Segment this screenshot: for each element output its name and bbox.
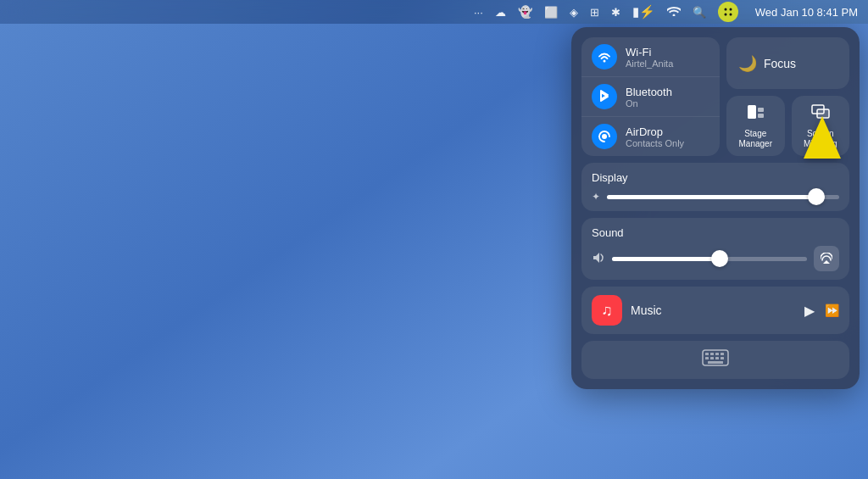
focus-label: Focus bbox=[764, 57, 796, 70]
display-slider-container: ✦ bbox=[592, 191, 839, 203]
more-items-icon[interactable]: ··· bbox=[474, 6, 483, 19]
screen-mirroring-label: ScreenMirroring bbox=[804, 129, 837, 149]
svg-rect-17 bbox=[710, 357, 714, 359]
bluetooth-item[interactable]: Bluetooth On bbox=[581, 77, 720, 117]
cloud-icon[interactable]: ☁ bbox=[495, 6, 506, 19]
airdrop-icon bbox=[592, 124, 617, 149]
svg-rect-15 bbox=[721, 353, 724, 355]
sound-section: Sound bbox=[581, 218, 849, 280]
music-controls: ▶ ⏩ bbox=[804, 303, 839, 319]
sound-slider-thumb[interactable] bbox=[711, 250, 728, 267]
bluetooth-status: On bbox=[626, 98, 672, 109]
bluetooth-text: Bluetooth On bbox=[626, 86, 672, 109]
volume-icon bbox=[592, 252, 605, 266]
wifi-text: Wi-Fi Airtel_Anita bbox=[626, 46, 673, 69]
search-icon[interactable]: 🔍 bbox=[693, 6, 706, 19]
sound-slider-fill bbox=[612, 257, 720, 261]
top-row: Wi-Fi Airtel_Anita Bluetooth On bbox=[581, 37, 849, 156]
music-label: Music bbox=[631, 304, 796, 317]
bluetooth-menu-icon[interactable]: ✱ bbox=[611, 6, 620, 19]
music-section: ♫ Music ▶ ⏩ bbox=[581, 287, 849, 334]
svg-rect-10 bbox=[817, 109, 829, 118]
display-slider-thumb[interactable] bbox=[808, 188, 825, 205]
keyboard-section bbox=[581, 341, 849, 379]
svg-point-0 bbox=[724, 8, 726, 11]
airdrop-status: Contacts Only bbox=[626, 138, 684, 148]
display-label: Display bbox=[592, 171, 839, 184]
brightness-low-icon: ✦ bbox=[592, 191, 600, 203]
airdrop-name: AirDrop bbox=[626, 125, 684, 138]
svg-rect-7 bbox=[758, 108, 764, 112]
menubar-datetime: Wed Jan 10 8:41 PM bbox=[755, 6, 858, 19]
right-panel: 🌙 Focus StageManager bbox=[726, 37, 849, 156]
bluetooth-name: Bluetooth bbox=[626, 86, 672, 98]
grid-icon[interactable]: ⊞ bbox=[590, 6, 599, 19]
svg-point-2 bbox=[724, 14, 726, 16]
focus-button[interactable]: 🌙 Focus bbox=[726, 37, 849, 89]
stage-mirror-row: StageManager ScreenMirroring bbox=[726, 96, 849, 156]
control-center-icon[interactable] bbox=[718, 2, 738, 22]
control-center-panel: Wi-Fi Airtel_Anita Bluetooth On bbox=[571, 27, 860, 389]
svg-point-5 bbox=[602, 134, 607, 139]
screen-mirroring-button[interactable]: ScreenMirroring bbox=[792, 96, 850, 156]
svg-point-4 bbox=[604, 59, 606, 62]
fast-forward-button[interactable]: ⏩ bbox=[825, 304, 839, 317]
display-slider-track[interactable] bbox=[607, 195, 839, 199]
layers-icon[interactable]: ◈ bbox=[570, 6, 578, 19]
sound-label: Sound bbox=[592, 226, 839, 239]
stage-manager-label: StageManager bbox=[739, 129, 772, 149]
wifi-icon bbox=[592, 44, 617, 70]
svg-rect-12 bbox=[705, 353, 709, 355]
battery-icon[interactable]: ▮⚡ bbox=[632, 4, 655, 19]
svg-rect-19 bbox=[721, 357, 724, 359]
sound-slider-track[interactable] bbox=[612, 257, 807, 261]
wifi-menu-icon[interactable] bbox=[667, 6, 681, 19]
screen-mirroring-icon bbox=[811, 103, 830, 125]
svg-rect-6 bbox=[748, 105, 756, 119]
bluetooth-icon bbox=[592, 84, 617, 109]
focus-icon: 🌙 bbox=[738, 54, 757, 73]
display-icon[interactable]: ⬜ bbox=[544, 6, 558, 19]
svg-rect-13 bbox=[710, 353, 714, 355]
menubar-items: ··· ☁ 👻 ⬜ ◈ ⊞ ✱ ▮⚡ 🔍 Wed Jan 10 8:41 PM bbox=[474, 2, 858, 22]
menubar: ··· ☁ 👻 ⬜ ◈ ⊞ ✱ ▮⚡ 🔍 Wed Jan 10 8:41 PM bbox=[0, 0, 868, 24]
svg-point-1 bbox=[729, 8, 732, 11]
airdrop-text: AirDrop Contacts Only bbox=[626, 125, 684, 148]
ghost-icon[interactable]: 👻 bbox=[518, 5, 532, 19]
svg-rect-8 bbox=[758, 114, 764, 118]
svg-rect-14 bbox=[715, 353, 719, 355]
svg-rect-18 bbox=[715, 357, 719, 359]
play-button[interactable]: ▶ bbox=[804, 303, 815, 319]
connectivity-panel: Wi-Fi Airtel_Anita Bluetooth On bbox=[581, 37, 720, 156]
wifi-item[interactable]: Wi-Fi Airtel_Anita bbox=[581, 37, 720, 77]
display-section: Display ✦ bbox=[581, 163, 849, 211]
wifi-status: Airtel_Anita bbox=[626, 58, 673, 69]
svg-rect-20 bbox=[708, 361, 723, 364]
stage-manager-icon bbox=[746, 103, 765, 125]
display-slider-fill bbox=[607, 195, 816, 199]
sound-row bbox=[592, 246, 839, 271]
stage-manager-button[interactable]: StageManager bbox=[726, 96, 785, 156]
keyboard-icon[interactable] bbox=[702, 349, 729, 370]
svg-rect-16 bbox=[705, 357, 709, 359]
svg-point-3 bbox=[729, 14, 732, 16]
music-app-icon: ♫ bbox=[592, 295, 622, 326]
wifi-name: Wi-Fi bbox=[626, 46, 673, 58]
airdrop-item[interactable]: AirDrop Contacts Only bbox=[581, 117, 720, 156]
airplay-icon[interactable] bbox=[814, 246, 839, 271]
